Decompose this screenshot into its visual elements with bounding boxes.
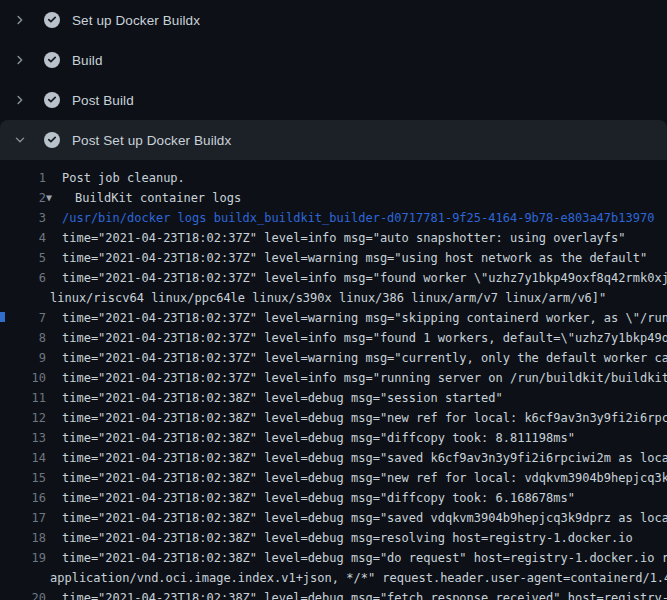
log-line: 15 time="2021-04-23T18:02:38Z" level=deb… xyxy=(0,468,667,488)
check-circle-icon xyxy=(44,92,60,108)
check-circle-icon xyxy=(44,52,60,68)
step-header-post-build[interactable]: Post Build xyxy=(0,80,667,120)
log-line: 7 time="2021-04-23T18:02:37Z" level=warn… xyxy=(0,308,667,328)
chevron-right-icon xyxy=(12,92,28,108)
log-line: 6 time="2021-04-23T18:02:37Z" level=info… xyxy=(0,268,667,288)
log-line: 19 time="2021-04-23T18:02:38Z" level=deb… xyxy=(0,548,667,568)
focus-indicator-bar xyxy=(0,312,5,322)
line-number[interactable]: 4 xyxy=(0,228,46,248)
log-line: 20 time="2021-04-23T18:02:38Z" level=deb… xyxy=(0,588,667,600)
step-header-set-up-docker-buildx[interactable]: Set up Docker Buildx xyxy=(0,0,667,40)
line-number[interactable]: 10 xyxy=(0,368,46,388)
log-line-text: time="2021-04-23T18:02:37Z" level=warnin… xyxy=(62,348,667,368)
line-number[interactable]: 8 xyxy=(0,328,46,348)
line-number[interactable]: 9 xyxy=(0,348,46,368)
log-line: 1 Post job cleanup. xyxy=(0,168,667,188)
log-line-text: time="2021-04-23T18:02:38Z" level=debug … xyxy=(62,468,667,488)
log-line: 14 time="2021-04-23T18:02:38Z" level=deb… xyxy=(0,448,667,468)
line-number[interactable]: 16 xyxy=(0,488,46,508)
log-line-text: time="2021-04-23T18:02:37Z" level=info m… xyxy=(62,228,626,248)
log-line: 10 time="2021-04-23T18:02:37Z" level=inf… xyxy=(0,368,667,388)
line-number[interactable]: 5 xyxy=(0,248,46,268)
line-number[interactable]: 13 xyxy=(0,428,46,448)
line-number[interactable]: 1 xyxy=(0,168,46,188)
log-line-text: time="2021-04-23T18:02:38Z" level=debug … xyxy=(62,428,575,448)
line-number[interactable]: 3 xyxy=(0,208,46,228)
log-line-text: time="2021-04-23T18:02:37Z" level=info m… xyxy=(62,268,667,288)
log-line: 18 time="2021-04-23T18:02:38Z" level=deb… xyxy=(0,528,667,548)
line-number[interactable]: 20 xyxy=(0,588,46,600)
log-line-text: time="2021-04-23T18:02:38Z" level=debug … xyxy=(62,588,667,600)
log-line-text: time="2021-04-23T18:02:38Z" level=debug … xyxy=(62,508,667,528)
log-line-text: /usr/bin/docker logs buildx_buildkit_bui… xyxy=(62,208,654,228)
chevron-right-icon xyxy=(12,52,28,68)
log-line-text: application/vnd.oci.image.index.v1+json,… xyxy=(50,568,667,588)
log-line-text: time="2021-04-23T18:02:37Z" level=info m… xyxy=(62,328,667,348)
log-line: 16 time="2021-04-23T18:02:38Z" level=deb… xyxy=(0,488,667,508)
log-line: 3 /usr/bin/docker logs buildx_buildkit_b… xyxy=(0,208,667,228)
log-line: 17 time="2021-04-23T18:02:38Z" level=deb… xyxy=(0,508,667,528)
line-number[interactable]: 12 xyxy=(0,408,46,428)
line-number[interactable]: 6 xyxy=(0,268,46,288)
line-number[interactable]: 2 xyxy=(0,188,46,208)
line-number[interactable]: 7 xyxy=(0,308,46,328)
log-line-text: time="2021-04-23T18:02:38Z" level=debug … xyxy=(62,448,667,468)
log-line-text: time="2021-04-23T18:02:37Z" level=warnin… xyxy=(62,248,647,268)
log-line: 12 time="2021-04-23T18:02:38Z" level=deb… xyxy=(0,408,667,428)
line-number xyxy=(0,568,46,588)
group-title[interactable]: BuildKit container logs xyxy=(75,188,241,208)
log-line-text: Post job cleanup. xyxy=(62,168,185,188)
log-line-text: time="2021-04-23T18:02:37Z" level=warnin… xyxy=(62,308,667,328)
line-number[interactable]: 17 xyxy=(0,508,46,528)
log-line: 13 time="2021-04-23T18:02:38Z" level=deb… xyxy=(0,428,667,448)
line-number[interactable]: 11 xyxy=(0,388,46,408)
step-label: Set up Docker Buildx xyxy=(72,13,200,28)
line-number[interactable]: 14 xyxy=(0,448,46,468)
line-number[interactable]: 15 xyxy=(0,468,46,488)
log-line-text: time="2021-04-23T18:02:38Z" level=debug … xyxy=(62,528,633,548)
log-line-text: time="2021-04-23T18:02:38Z" level=debug … xyxy=(62,388,503,408)
log-line-text: time="2021-04-23T18:02:37Z" level=info m… xyxy=(62,368,667,388)
log-line: 8 time="2021-04-23T18:02:37Z" level=info… xyxy=(0,328,667,348)
line-number[interactable]: 19 xyxy=(0,548,46,568)
step-label: Post Build xyxy=(72,93,134,108)
line-number[interactable]: 18 xyxy=(0,528,46,548)
check-circle-icon xyxy=(44,132,60,148)
log-scroll-area[interactable]: 1 Post job cleanup. 2 ▼BuildKit containe… xyxy=(0,160,667,600)
check-circle-icon xyxy=(44,12,60,28)
step-header-post-set-up-docker-buildx[interactable]: Post Set up Docker Buildx xyxy=(0,120,667,160)
group-collapse-icon[interactable]: ▼ xyxy=(46,188,52,208)
step-label: Post Set up Docker Buildx xyxy=(72,133,231,148)
step-header-build[interactable]: Build xyxy=(0,40,667,80)
chevron-right-icon xyxy=(12,12,28,28)
log-line: 11 time="2021-04-23T18:02:38Z" level=deb… xyxy=(0,388,667,408)
log-line: 9 time="2021-04-23T18:02:37Z" level=warn… xyxy=(0,348,667,368)
log-line: 5 time="2021-04-23T18:02:37Z" level=warn… xyxy=(0,248,667,268)
log-line-text: time="2021-04-23T18:02:38Z" level=debug … xyxy=(62,548,667,568)
log-line-text: linux/riscv64 linux/ppc64le linux/s390x … xyxy=(50,288,606,308)
chevron-down-icon xyxy=(12,132,28,148)
log-line: 4 time="2021-04-23T18:02:37Z" level=info… xyxy=(0,228,667,248)
step-list: Set up Docker Buildx Build P xyxy=(0,0,667,160)
log-line-text: time="2021-04-23T18:02:38Z" level=debug … xyxy=(62,488,575,508)
log-line: application/vnd.oci.image.index.v1+json,… xyxy=(0,568,667,588)
log-line: 2 ▼BuildKit container logs xyxy=(0,188,667,208)
log-line: linux/riscv64 linux/ppc64le linux/s390x … xyxy=(0,288,667,308)
log-line-text: time="2021-04-23T18:02:38Z" level=debug … xyxy=(62,408,667,428)
line-number xyxy=(0,288,46,308)
step-label: Build xyxy=(72,53,103,68)
